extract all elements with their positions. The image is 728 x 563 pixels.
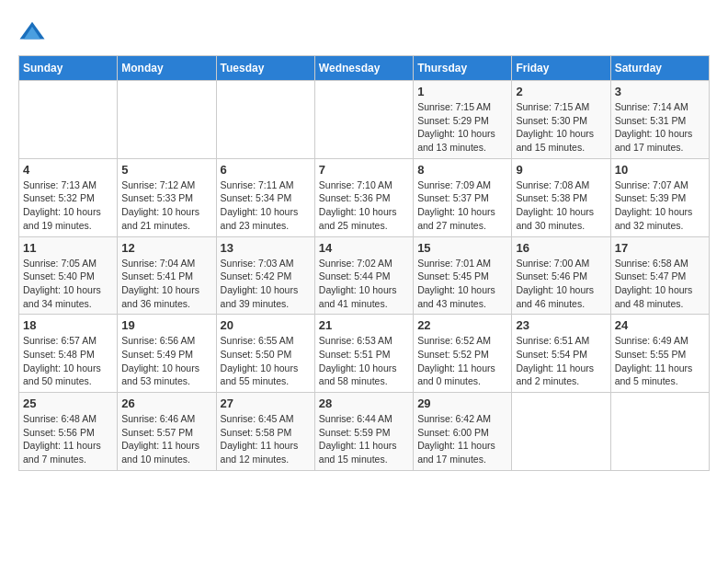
day-info: Sunrise: 7:13 AM Sunset: 5:32 PM Dayligh…	[23, 178, 113, 233]
calendar-cell: 12Sunrise: 7:04 AM Sunset: 5:41 PM Dayli…	[118, 236, 216, 315]
day-number: 25	[23, 396, 113, 410]
day-number: 28	[319, 396, 409, 410]
calendar-cell: 11Sunrise: 7:05 AM Sunset: 5:40 PM Dayli…	[19, 236, 118, 315]
day-number: 9	[516, 163, 606, 177]
day-info: Sunrise: 7:09 AM Sunset: 5:37 PM Dayligh…	[417, 178, 507, 233]
day-number: 12	[121, 241, 211, 255]
day-info: Sunrise: 6:49 AM Sunset: 5:55 PM Dayligh…	[615, 334, 705, 388]
day-number: 26	[121, 396, 211, 410]
day-info: Sunrise: 7:15 AM Sunset: 5:30 PM Dayligh…	[516, 100, 606, 155]
calendar-cell: 19Sunrise: 6:56 AM Sunset: 5:49 PM Dayli…	[118, 315, 216, 393]
day-info: Sunrise: 7:08 AM Sunset: 5:38 PM Dayligh…	[516, 178, 606, 233]
calendar-cell	[610, 393, 709, 471]
header-saturday: Saturday	[610, 56, 709, 81]
calendar-cell: 2Sunrise: 7:15 AM Sunset: 5:30 PM Daylig…	[512, 81, 610, 159]
calendar-cell: 27Sunrise: 6:45 AM Sunset: 5:58 PM Dayli…	[216, 393, 314, 471]
calendar-cell: 28Sunrise: 6:44 AM Sunset: 5:59 PM Dayli…	[314, 393, 413, 471]
day-info: Sunrise: 7:03 AM Sunset: 5:42 PM Dayligh…	[221, 257, 311, 311]
day-number: 29	[417, 396, 507, 410]
week-row-2: 11Sunrise: 7:05 AM Sunset: 5:40 PM Dayli…	[19, 236, 710, 315]
day-info: Sunrise: 6:53 AM Sunset: 5:51 PM Dayligh…	[319, 334, 409, 388]
logo-icon	[18, 18, 46, 46]
calendar-cell: 22Sunrise: 6:52 AM Sunset: 5:52 PM Dayli…	[414, 315, 512, 393]
day-info: Sunrise: 6:52 AM Sunset: 5:52 PM Dayligh…	[417, 334, 507, 388]
calendar-cell: 25Sunrise: 6:48 AM Sunset: 5:56 PM Dayli…	[19, 393, 118, 471]
day-info: Sunrise: 7:12 AM Sunset: 5:33 PM Dayligh…	[121, 178, 211, 233]
calendar-cell: 14Sunrise: 7:02 AM Sunset: 5:44 PM Dayli…	[314, 236, 413, 315]
calendar-cell: 3Sunrise: 7:14 AM Sunset: 5:31 PM Daylig…	[610, 81, 709, 159]
day-info: Sunrise: 6:57 AM Sunset: 5:48 PM Dayligh…	[23, 334, 113, 388]
day-number: 17	[615, 241, 705, 255]
header-sunday: Sunday	[19, 56, 118, 81]
calendar-cell: 5Sunrise: 7:12 AM Sunset: 5:33 PM Daylig…	[118, 158, 216, 236]
calendar-cell: 15Sunrise: 7:01 AM Sunset: 5:45 PM Dayli…	[414, 236, 512, 315]
calendar-cell: 23Sunrise: 6:51 AM Sunset: 5:54 PM Dayli…	[512, 315, 610, 393]
day-number: 18	[23, 318, 113, 332]
week-row-4: 25Sunrise: 6:48 AM Sunset: 5:56 PM Dayli…	[19, 393, 710, 471]
header-wednesday: Wednesday	[314, 56, 413, 81]
week-row-3: 18Sunrise: 6:57 AM Sunset: 5:48 PM Dayli…	[19, 315, 710, 393]
calendar-table: SundayMondayTuesdayWednesdayThursdayFrid…	[18, 55, 710, 471]
calendar-cell	[512, 393, 610, 471]
day-number: 14	[319, 241, 409, 255]
day-info: Sunrise: 7:10 AM Sunset: 5:36 PM Dayligh…	[319, 178, 409, 233]
day-number: 22	[417, 318, 507, 332]
day-number: 13	[221, 241, 311, 255]
day-info: Sunrise: 6:58 AM Sunset: 5:47 PM Dayligh…	[615, 257, 705, 311]
header-thursday: Thursday	[414, 56, 512, 81]
calendar-cell: 26Sunrise: 6:46 AM Sunset: 5:57 PM Dayli…	[118, 393, 216, 471]
day-info: Sunrise: 7:01 AM Sunset: 5:45 PM Dayligh…	[417, 257, 507, 311]
calendar-cell: 16Sunrise: 7:00 AM Sunset: 5:46 PM Dayli…	[512, 236, 610, 315]
day-number: 1	[417, 85, 507, 98]
day-number: 10	[615, 163, 705, 177]
day-number: 4	[23, 163, 113, 177]
day-info: Sunrise: 7:04 AM Sunset: 5:41 PM Dayligh…	[121, 257, 211, 311]
calendar-cell: 10Sunrise: 7:07 AM Sunset: 5:39 PM Dayli…	[610, 158, 709, 236]
day-info: Sunrise: 6:55 AM Sunset: 5:50 PM Dayligh…	[221, 334, 311, 388]
calendar-cell: 9Sunrise: 7:08 AM Sunset: 5:38 PM Daylig…	[512, 158, 610, 236]
day-number: 6	[221, 163, 311, 177]
header-tuesday: Tuesday	[216, 56, 314, 81]
calendar-cell	[314, 81, 413, 159]
day-number: 2	[516, 85, 606, 98]
calendar-cell: 29Sunrise: 6:42 AM Sunset: 6:00 PM Dayli…	[414, 393, 512, 471]
calendar-cell: 17Sunrise: 6:58 AM Sunset: 5:47 PM Dayli…	[610, 236, 709, 315]
day-number: 5	[121, 163, 211, 177]
calendar-cell	[216, 81, 314, 159]
week-row-0: 1Sunrise: 7:15 AM Sunset: 5:29 PM Daylig…	[19, 81, 710, 159]
calendar-cell: 18Sunrise: 6:57 AM Sunset: 5:48 PM Dayli…	[19, 315, 118, 393]
day-info: Sunrise: 7:05 AM Sunset: 5:40 PM Dayligh…	[23, 257, 113, 311]
calendar-cell: 13Sunrise: 7:03 AM Sunset: 5:42 PM Dayli…	[216, 236, 314, 315]
day-info: Sunrise: 6:45 AM Sunset: 5:58 PM Dayligh…	[221, 412, 311, 466]
day-number: 7	[319, 163, 409, 177]
day-number: 20	[221, 318, 311, 332]
week-row-1: 4Sunrise: 7:13 AM Sunset: 5:32 PM Daylig…	[19, 158, 710, 236]
calendar-cell: 4Sunrise: 7:13 AM Sunset: 5:32 PM Daylig…	[19, 158, 118, 236]
day-number: 19	[121, 318, 211, 332]
calendar-cell	[19, 81, 118, 159]
day-info: Sunrise: 6:51 AM Sunset: 5:54 PM Dayligh…	[516, 334, 606, 388]
day-number: 16	[516, 241, 606, 255]
day-number: 23	[516, 318, 606, 332]
day-number: 27	[221, 396, 311, 410]
calendar-cell: 24Sunrise: 6:49 AM Sunset: 5:55 PM Dayli…	[610, 315, 709, 393]
day-number: 8	[417, 163, 507, 177]
logo	[18, 18, 50, 46]
day-info: Sunrise: 6:56 AM Sunset: 5:49 PM Dayligh…	[121, 334, 211, 388]
day-number: 3	[615, 85, 705, 98]
day-number: 15	[417, 241, 507, 255]
day-info: Sunrise: 7:00 AM Sunset: 5:46 PM Dayligh…	[516, 257, 606, 311]
day-info: Sunrise: 6:46 AM Sunset: 5:57 PM Dayligh…	[121, 412, 211, 466]
calendar-cell: 7Sunrise: 7:10 AM Sunset: 5:36 PM Daylig…	[314, 158, 413, 236]
calendar-cell: 20Sunrise: 6:55 AM Sunset: 5:50 PM Dayli…	[216, 315, 314, 393]
day-number: 24	[615, 318, 705, 332]
day-info: Sunrise: 6:44 AM Sunset: 5:59 PM Dayligh…	[319, 412, 409, 466]
day-info: Sunrise: 6:42 AM Sunset: 6:00 PM Dayligh…	[417, 412, 507, 466]
day-info: Sunrise: 7:14 AM Sunset: 5:31 PM Dayligh…	[615, 100, 705, 155]
calendar-cell: 21Sunrise: 6:53 AM Sunset: 5:51 PM Dayli…	[314, 315, 413, 393]
day-info: Sunrise: 7:11 AM Sunset: 5:34 PM Dayligh…	[221, 178, 311, 233]
calendar-cell	[118, 81, 216, 159]
calendar-cell: 8Sunrise: 7:09 AM Sunset: 5:37 PM Daylig…	[414, 158, 512, 236]
page-header	[18, 18, 710, 46]
day-number: 21	[319, 318, 409, 332]
